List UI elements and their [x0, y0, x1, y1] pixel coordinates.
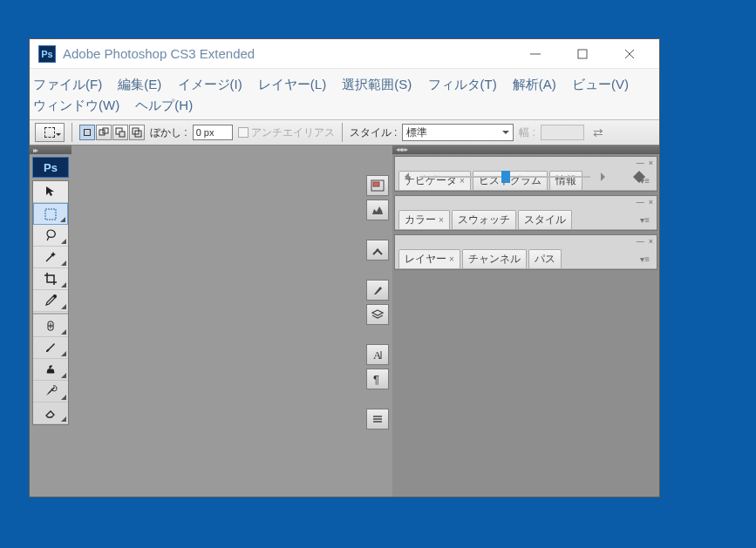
color-panel-group: — × カラー× スウォッチ スタイル ▾≡: [394, 195, 657, 231]
svg-rect-10: [45, 209, 56, 220]
feather-input[interactable]: 0 px: [193, 125, 233, 140]
left-dock: Ps: [30, 145, 72, 497]
selection-add-icon[interactable]: [96, 125, 112, 140]
svg-line-20: [377, 249, 382, 254]
zoom-in-small-icon: [601, 173, 610, 181]
tools-strip-icon[interactable]: [366, 240, 389, 260]
right-dock: A ¶ — × ナビゲータ× ヒストグラム 情報 ▾: [363, 145, 659, 497]
selection-new-icon[interactable]: [79, 125, 95, 140]
menu-image[interactable]: イメージ(I): [178, 74, 242, 95]
width-input: [541, 125, 584, 140]
tab-paths[interactable]: パス: [528, 249, 562, 268]
zoom-mountain-right-icon[interactable]: [639, 171, 651, 183]
width-label: 幅 :: [519, 125, 535, 140]
menu-analysis[interactable]: 解析(A): [513, 74, 556, 95]
panel-minimize-icon[interactable]: —: [637, 159, 644, 167]
close-icon[interactable]: ×: [449, 254, 454, 264]
svg-rect-4: [99, 130, 105, 135]
menu-bar: ファイル(F) 編集(E) イメージ(I) レイヤー(L) 選択範囲(S) フィ…: [30, 69, 659, 119]
tab-channels[interactable]: チャンネル: [462, 249, 527, 268]
svg-rect-7: [119, 132, 125, 137]
navigator-strip-icon[interactable]: [366, 175, 389, 196]
tab-styles[interactable]: スタイル: [518, 210, 572, 229]
panel-minimize-icon[interactable]: —: [637, 238, 644, 246]
eyedropper-tool[interactable]: [33, 290, 68, 312]
svg-marker-18: [372, 206, 383, 214]
minimize-button[interactable]: [523, 42, 548, 66]
collapsed-panel-strip: A ¶: [363, 145, 392, 497]
svg-rect-5: [103, 128, 108, 133]
selection-subtract-icon[interactable]: [112, 125, 128, 140]
magic-wand-tool[interactable]: [33, 247, 68, 268]
panel-close-icon[interactable]: ×: [649, 199, 653, 206]
tool-preset-picker[interactable]: [35, 123, 65, 142]
history-brush-tool[interactable]: [33, 381, 68, 403]
layers-strip-icon[interactable]: [366, 304, 389, 325]
style-select[interactable]: 標準: [402, 124, 514, 141]
close-button[interactable]: [617, 42, 642, 66]
actions-strip-icon[interactable]: [366, 409, 389, 430]
tab-layers[interactable]: レイヤー×: [398, 249, 460, 268]
menu-layer[interactable]: レイヤー(L): [258, 74, 326, 95]
marquee-tool[interactable]: [33, 203, 68, 225]
navigator-panel-group: — × ナビゲータ× ヒストグラム 情報 ▾≡: [394, 156, 657, 192]
menu-filter[interactable]: フィルタ(T): [428, 74, 497, 95]
close-icon[interactable]: ×: [439, 215, 444, 225]
menu-edit[interactable]: 編集(E): [118, 74, 161, 95]
histogram-strip-icon[interactable]: [366, 200, 389, 220]
selection-intersect-icon[interactable]: [129, 125, 145, 140]
maximize-button[interactable]: [570, 42, 595, 66]
antialias-checkbox: [238, 127, 249, 138]
zoom-out-small-icon[interactable]: [400, 173, 409, 181]
panel-menu-icon[interactable]: ▾≡: [640, 215, 653, 225]
panel-menu-icon[interactable]: ▾≡: [640, 254, 653, 264]
zoom-slider[interactable]: [400, 170, 651, 184]
svg-text:¶: ¶: [373, 373, 379, 385]
toolbox: [32, 180, 69, 425]
panel-minimize-icon[interactable]: —: [637, 199, 644, 206]
swap-dimensions-icon: ⇄: [593, 125, 603, 139]
brush-tool[interactable]: [33, 337, 68, 359]
toolbox-header-icon: Ps: [32, 157, 69, 178]
panel-stack: — × ナビゲータ× ヒストグラム 情報 ▾≡: [392, 145, 659, 497]
title-bar: Ps Adobe Photoshop CS3 Extended: [30, 39, 659, 69]
menu-window[interactable]: ウィンドウ(W): [33, 95, 119, 116]
tab-color[interactable]: カラー×: [398, 210, 450, 229]
zoom-mountain-left-icon[interactable]: [627, 171, 639, 183]
workspace: Ps: [30, 145, 659, 497]
app-window: Ps Adobe Photoshop CS3 Extended ファイル(F) …: [29, 38, 660, 497]
antialias-option: アンチエイリアス: [238, 125, 335, 140]
options-bar: ぼかし : 0 px アンチエイリアス スタイル : 標準 幅 : ⇄: [30, 119, 659, 145]
window-title: Adobe Photoshop CS3 Extended: [63, 46, 255, 61]
menu-help[interactable]: ヘルプ(H): [135, 95, 193, 116]
menu-view[interactable]: ビュー(V): [572, 74, 629, 95]
panel-close-icon[interactable]: ×: [649, 159, 653, 167]
layers-panel-group: — × レイヤー× チャンネル パス ▾≡: [394, 234, 657, 270]
lasso-tool[interactable]: [33, 225, 68, 247]
clone-stamp-tool[interactable]: [33, 359, 68, 381]
menu-file[interactable]: ファイル(F): [33, 74, 102, 95]
panel-dock-handle[interactable]: [392, 145, 659, 154]
crop-tool[interactable]: [33, 268, 68, 290]
svg-point-12: [53, 294, 57, 298]
selection-mode-group: [79, 125, 145, 140]
character-strip-icon[interactable]: A: [366, 344, 389, 365]
svg-rect-17: [373, 182, 379, 186]
menu-select[interactable]: 選択範囲(S): [342, 74, 412, 95]
eraser-tool[interactable]: [33, 403, 68, 424]
style-label: スタイル :: [350, 125, 398, 140]
svg-line-11: [46, 254, 53, 261]
move-tool[interactable]: [33, 181, 68, 203]
paragraph-strip-icon[interactable]: ¶: [366, 369, 389, 389]
canvas-area[interactable]: [72, 145, 363, 497]
panel-close-icon[interactable]: ×: [649, 238, 653, 246]
app-icon: Ps: [38, 45, 56, 63]
dock-collapse-handle[interactable]: [30, 145, 72, 154]
feather-label: ぼかし :: [150, 125, 187, 140]
healing-brush-tool[interactable]: [33, 315, 68, 337]
tab-swatches[interactable]: スウォッチ: [452, 210, 516, 229]
brushes-strip-icon[interactable]: [366, 280, 389, 301]
svg-rect-1: [578, 50, 587, 58]
zoom-slider-thumb[interactable]: [501, 171, 510, 183]
